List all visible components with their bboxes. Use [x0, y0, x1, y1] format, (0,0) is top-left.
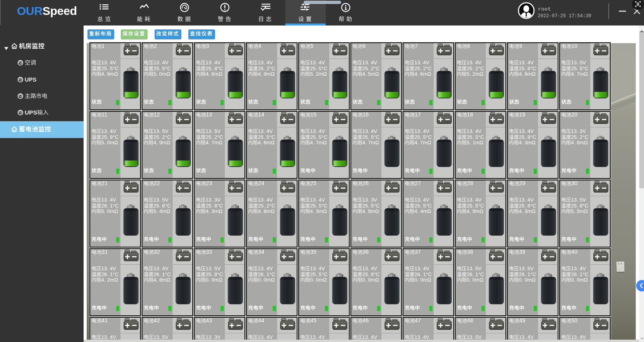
svg-text:13. 4V: 13. 4V: [258, 60, 273, 65]
svg-text:4. 3m: 4. 3m: [519, 140, 532, 146]
svg-text:4. 8m: 4. 8m: [258, 208, 271, 214]
svg-text:°C: °C: [270, 271, 275, 277]
svg-text:13. 4V: 13. 4V: [467, 60, 482, 65]
svg-text:25. 2: 25. 2: [414, 65, 426, 71]
svg-text:19: 19: [519, 112, 525, 118]
svg-text:°C: °C: [322, 134, 328, 140]
svg-text:5. 1m: 5. 1m: [467, 140, 480, 146]
svg-text:42: 42: [154, 318, 160, 324]
svg-text:25. 5: 25. 5: [310, 271, 321, 277]
svg-text:Ω: Ω: [584, 277, 588, 283]
svg-text:Ω: Ω: [219, 140, 223, 146]
svg-text:37: 37: [415, 249, 421, 255]
svg-text:°C: °C: [374, 271, 380, 277]
svg-text:13. 4V: 13. 4V: [414, 334, 429, 340]
svg-text:Ω: Ω: [114, 277, 118, 283]
svg-text:10: 10: [571, 43, 578, 49]
svg-text:Ω: Ω: [166, 140, 170, 146]
svg-text:13. 4V: 13. 4V: [258, 128, 273, 134]
svg-text:UPS: UPS: [25, 109, 37, 116]
svg-text:°C: °C: [478, 134, 484, 140]
svg-text:5: 5: [310, 43, 314, 49]
svg-text:25. 8: 25. 8: [153, 202, 165, 208]
svg-text:41: 41: [102, 318, 108, 324]
svg-text:31: 31: [102, 249, 108, 255]
svg-text:Ω: Ω: [427, 71, 431, 77]
svg-text:0. 0m: 0. 0m: [519, 277, 532, 283]
svg-text:25. 8: 25. 8: [101, 134, 113, 140]
svg-text:20: 20: [571, 112, 578, 118]
svg-text:25. 2: 25. 2: [153, 134, 165, 140]
svg-text:34: 34: [258, 249, 265, 255]
svg-text:13. 5V: 13. 5V: [571, 197, 586, 203]
svg-text:25. 5: 25. 5: [362, 202, 374, 208]
svg-text:25. 5: 25. 5: [153, 65, 165, 71]
svg-text:Ω: Ω: [532, 140, 536, 146]
svg-text:°C: °C: [478, 65, 484, 71]
svg-text:26. 1: 26. 1: [101, 271, 113, 277]
svg-text:13. 4V: 13. 4V: [362, 60, 377, 65]
svg-text:Ω: Ω: [480, 140, 483, 146]
svg-text:°C: °C: [426, 202, 432, 208]
svg-text:13. 4V: 13. 4V: [519, 128, 534, 134]
svg-text:26. 1: 26. 1: [101, 202, 113, 208]
svg-text:4. 3m: 4. 3m: [310, 208, 323, 214]
svg-text:Ω: Ω: [219, 277, 223, 283]
svg-text:°C: °C: [531, 134, 536, 140]
svg-text:°C: °C: [531, 202, 536, 208]
svg-text:Ω: Ω: [323, 140, 327, 146]
svg-text:48: 48: [467, 318, 473, 324]
svg-text:4. 4m: 4. 4m: [414, 208, 427, 214]
svg-text:5. 2m: 5. 2m: [310, 71, 323, 77]
svg-text:Ω: Ω: [166, 208, 170, 214]
svg-text:4. 9m: 4. 9m: [101, 71, 114, 77]
svg-text:22: 22: [154, 180, 160, 186]
svg-text:25. 5: 25. 5: [362, 134, 374, 140]
svg-text:4. 6m: 4. 6m: [414, 71, 427, 77]
svg-text:4. 7m: 4. 7m: [310, 140, 323, 146]
svg-text:°C: °C: [374, 134, 380, 140]
svg-text:°C: °C: [322, 271, 328, 277]
svg-text:4. 7m: 4. 7m: [362, 140, 375, 146]
svg-text:Ω: Ω: [375, 277, 379, 283]
svg-text:36: 36: [363, 249, 369, 255]
svg-text:°C: °C: [583, 134, 589, 140]
svg-text:47: 47: [415, 318, 421, 324]
svg-text:13. 5V: 13. 5V: [519, 266, 534, 271]
svg-text:Ω: Ω: [271, 277, 275, 283]
svg-text:30: 30: [571, 180, 578, 186]
svg-text:25. 5: 25. 5: [414, 202, 426, 208]
svg-text:8: 8: [467, 43, 470, 49]
svg-text:4. 6m: 4. 6m: [519, 71, 532, 77]
svg-text:Ω: Ω: [323, 71, 327, 77]
svg-text:°C: °C: [478, 271, 484, 277]
svg-text:0. 0m: 0. 0m: [571, 277, 584, 283]
svg-text:Ω: Ω: [584, 140, 588, 146]
svg-text:13. 4V: 13. 4V: [101, 334, 116, 340]
svg-text:25. 8: 25. 8: [519, 134, 530, 140]
svg-text:°C: °C: [426, 65, 432, 71]
svg-text:4. 8m: 4. 8m: [153, 277, 166, 283]
svg-text:°C: °C: [478, 202, 484, 208]
svg-text:°C: °C: [374, 202, 380, 208]
svg-text:4: 4: [258, 43, 261, 49]
svg-text:°C: °C: [217, 271, 223, 277]
svg-text:25. 2: 25. 2: [362, 65, 374, 71]
svg-text:Ω: Ω: [166, 71, 170, 77]
svg-text:13. 3V: 13. 3V: [571, 128, 586, 134]
svg-text:13. 4V: 13. 4V: [467, 128, 482, 134]
svg-text:°C: °C: [426, 271, 432, 277]
svg-text:4. 7m: 4. 7m: [206, 140, 219, 146]
svg-text:13. 4V: 13. 4V: [414, 128, 429, 134]
svg-text:13. 5V: 13. 5V: [153, 128, 168, 134]
svg-text:13. 5V: 13. 5V: [153, 197, 168, 203]
svg-text:13. 4V: 13. 4V: [101, 60, 116, 65]
svg-text:25. 8: 25. 8: [206, 202, 217, 208]
svg-text:°C: °C: [217, 202, 223, 208]
svg-text:°C: °C: [113, 271, 119, 277]
svg-text:0. 0m: 0. 0m: [310, 277, 323, 283]
svg-text:Ω: Ω: [323, 208, 327, 214]
svg-text:13. 4V: 13. 4V: [153, 266, 168, 271]
svg-text:13. 4V: 13. 4V: [414, 266, 429, 271]
svg-text:25. 8: 25. 8: [519, 65, 530, 71]
